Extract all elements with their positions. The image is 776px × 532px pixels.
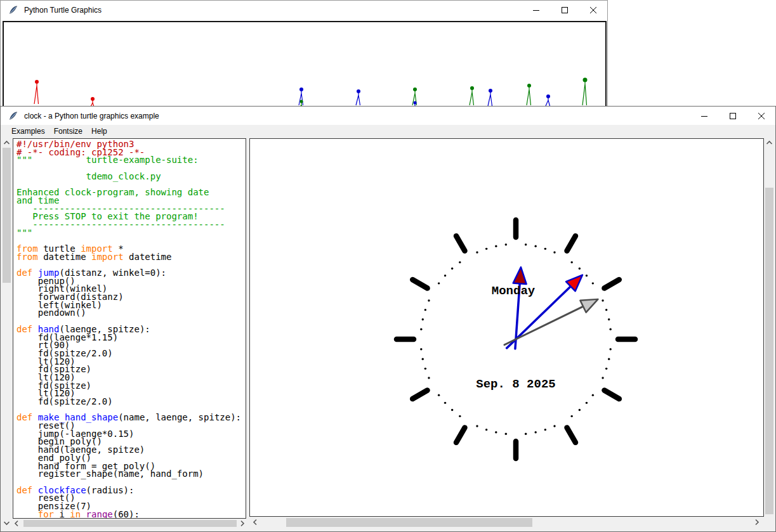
clock-window: clock - a Python turtle graphics example… bbox=[0, 106, 776, 532]
scrollbar-corner bbox=[765, 517, 774, 528]
window-content: #!/usr/bin/env python3# -*- coding: cp12… bbox=[1, 138, 775, 527]
stick-figure bbox=[582, 78, 588, 106]
date-label: Sep. 8 2025 bbox=[476, 377, 555, 391]
scroll-up-icon[interactable] bbox=[2, 138, 11, 148]
scroll-down-icon[interactable] bbox=[2, 518, 11, 528]
scroll-left-icon[interactable] bbox=[13, 519, 21, 528]
stick-figure bbox=[356, 89, 360, 105]
maximize-icon bbox=[729, 112, 737, 120]
code-line: fd(spitze/2.0) bbox=[16, 398, 246, 406]
desktop: Python Turtle Graphics c bbox=[0, 0, 776, 532]
code-line: jump(radius) bbox=[16, 518, 246, 519]
code-text: #!/usr/bin/env python3# -*- coding: cp12… bbox=[16, 140, 246, 519]
stick-figure bbox=[488, 89, 492, 106]
code-hscrollbar[interactable] bbox=[13, 519, 246, 528]
menu-item-help[interactable]: Help bbox=[87, 126, 112, 138]
canvas-vscrollbar[interactable] bbox=[765, 138, 774, 528]
code-editor[interactable]: #!/usr/bin/env python3# -*- coding: cp12… bbox=[13, 138, 246, 519]
stick-figure bbox=[546, 94, 550, 106]
code-line: """ turtle-example-suite: bbox=[16, 156, 246, 164]
code-line: """ bbox=[16, 229, 246, 237]
clock-drawing: Monday Sep. 8 2025 bbox=[250, 139, 763, 516]
weekday-label: Monday bbox=[492, 284, 536, 298]
minimize-button[interactable] bbox=[690, 107, 718, 125]
back-titlebar: Python Turtle Graphics bbox=[1, 1, 607, 20]
scroll-left-icon[interactable] bbox=[251, 517, 260, 527]
menu-item-examples[interactable]: Examples bbox=[7, 126, 49, 138]
stick-figure bbox=[470, 86, 474, 105]
scroll-up-icon[interactable] bbox=[765, 138, 774, 148]
minimize-button[interactable] bbox=[522, 1, 550, 19]
stick-figures-drawing bbox=[4, 22, 605, 108]
back-window-title: Python Turtle Graphics bbox=[24, 6, 102, 15]
second-hand-arrowhead bbox=[580, 299, 598, 313]
maximize-button[interactable] bbox=[718, 107, 747, 125]
scroll-right-icon[interactable] bbox=[238, 519, 246, 528]
clock-window-title: clock - a Python turtle graphics example bbox=[24, 112, 159, 120]
minimize-icon bbox=[532, 6, 540, 14]
minimize-icon bbox=[700, 112, 708, 120]
code-vscrollbar[interactable] bbox=[2, 138, 11, 528]
maximize-button[interactable] bbox=[550, 1, 579, 19]
menu-item-fontsize[interactable]: Fontsize bbox=[49, 126, 87, 138]
code-line: pendown() bbox=[16, 309, 246, 317]
back-window: Python Turtle Graphics bbox=[0, 0, 608, 108]
feather-icon[interactable] bbox=[8, 111, 18, 121]
maximize-icon bbox=[561, 6, 569, 14]
code-line: ------------------------------------ bbox=[16, 221, 246, 229]
code-line: tdemo_clock.py bbox=[16, 172, 246, 181]
clock-canvas: Monday Sep. 8 2025 bbox=[249, 138, 764, 517]
stick-figure bbox=[527, 84, 531, 105]
menu-bar: Examples Fontsize Help bbox=[1, 125, 775, 138]
scroll-right-icon[interactable] bbox=[752, 517, 761, 527]
close-icon bbox=[758, 112, 765, 120]
canvas-vscroll-thumb[interactable] bbox=[765, 188, 773, 514]
feather-icon[interactable] bbox=[8, 5, 18, 15]
close-icon bbox=[589, 6, 597, 14]
code-vscroll-thumb[interactable] bbox=[3, 148, 11, 283]
hour-hand-arrowhead bbox=[513, 267, 527, 284]
turtle-canvas bbox=[3, 21, 607, 110]
clock-titlebar: clock - a Python turtle graphics example bbox=[1, 107, 775, 125]
canvas-hscroll-thumb[interactable] bbox=[286, 518, 532, 527]
close-button[interactable] bbox=[747, 107, 775, 125]
code-line: register_shape(name, hand_form) bbox=[16, 470, 246, 478]
close-button[interactable] bbox=[579, 1, 607, 19]
canvas-hscrollbar[interactable] bbox=[249, 517, 764, 528]
code-line: from datetime import datetime bbox=[16, 253, 246, 261]
stick-figure bbox=[34, 80, 39, 104]
code-hscroll-thumb[interactable] bbox=[23, 520, 237, 527]
